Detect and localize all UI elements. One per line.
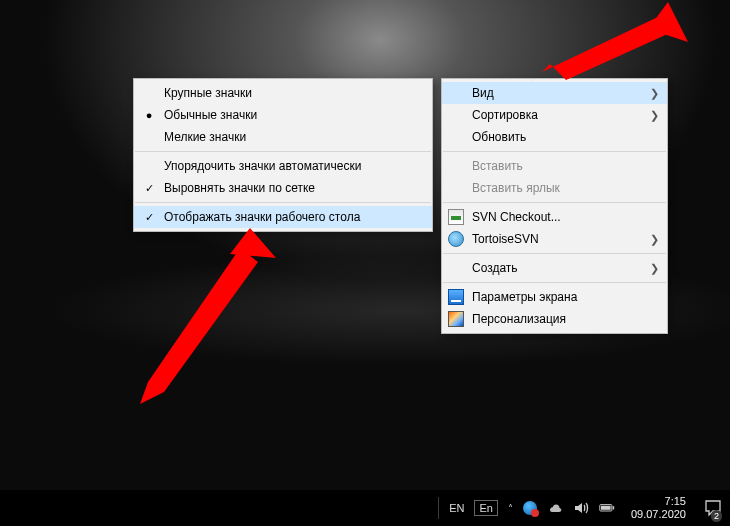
menu-item-label: Параметры экрана — [472, 290, 577, 304]
menu-item-svn-checkout[interactable]: SVN Checkout... — [442, 206, 667, 228]
display-settings-icon — [448, 289, 464, 305]
checkmark-icon: ✓ — [142, 182, 156, 195]
menu-item-medium-icons[interactable]: ● Обычные значки — [134, 104, 432, 126]
checkmark-icon: ✓ — [142, 211, 156, 224]
language-indicator-primary[interactable]: EN — [449, 502, 464, 514]
taskbar-clock[interactable]: 7:15 09.07.2020 — [625, 495, 692, 520]
menu-item-sort[interactable]: Сортировка ❯ — [442, 104, 667, 126]
menu-item-refresh[interactable]: Обновить — [442, 126, 667, 148]
menu-item-label: Мелкие значки — [164, 130, 246, 144]
menu-item-large-icons[interactable]: Крупные значки — [134, 82, 432, 104]
menu-separator — [135, 202, 431, 203]
taskbar: EN En ˄ 7:15 09.07.2020 2 — [0, 490, 730, 526]
menu-item-label: Вставить — [472, 159, 523, 173]
svn-checkout-icon — [448, 209, 464, 225]
menu-item-paste-shortcut: Вставить ярлык — [442, 177, 667, 199]
network-globe-icon[interactable] — [523, 501, 537, 515]
battery-icon[interactable] — [599, 500, 615, 516]
menu-item-label: Отображать значки рабочего стола — [164, 210, 360, 224]
menu-item-label: Сортировка — [472, 108, 538, 122]
personalize-icon — [448, 311, 464, 327]
menu-separator — [443, 253, 666, 254]
submenu-arrow-icon: ❯ — [650, 233, 659, 246]
menu-item-tortoisesvn[interactable]: TortoiseSVN ❯ — [442, 228, 667, 250]
menu-item-personalize[interactable]: Персонализация — [442, 308, 667, 330]
desktop-context-menu: Вид ❯ Сортировка ❯ Обновить Вставить Вст… — [441, 78, 668, 334]
tray-overflow-chevron-icon[interactable]: ˄ — [508, 503, 513, 514]
svg-rect-6 — [613, 506, 615, 509]
menu-item-label: TortoiseSVN — [472, 232, 539, 246]
view-submenu: Крупные значки ● Обычные значки Мелкие з… — [133, 78, 433, 232]
menu-item-label: SVN Checkout... — [472, 210, 561, 224]
menu-item-new[interactable]: Создать ❯ — [442, 257, 667, 279]
menu-separator — [443, 202, 666, 203]
clock-time: 7:15 — [631, 495, 686, 508]
menu-item-label: Крупные значки — [164, 86, 252, 100]
tray-separator — [438, 497, 439, 519]
menu-item-label: Вид — [472, 86, 494, 100]
menu-separator — [443, 282, 666, 283]
menu-item-label: Обычные значки — [164, 108, 257, 122]
tortoisesvn-icon — [448, 231, 464, 247]
menu-item-label: Персонализация — [472, 312, 566, 326]
menu-item-align-to-grid[interactable]: ✓ Выровнять значки по сетке — [134, 177, 432, 199]
menu-separator — [443, 151, 666, 152]
submenu-arrow-icon: ❯ — [650, 87, 659, 100]
menu-item-paste: Вставить — [442, 155, 667, 177]
volume-icon[interactable] — [573, 500, 589, 516]
svg-rect-5 — [601, 506, 611, 510]
action-center-button[interactable]: 2 — [702, 490, 724, 526]
menu-separator — [135, 151, 431, 152]
menu-item-view[interactable]: Вид ❯ — [442, 82, 667, 104]
radio-bullet-icon: ● — [142, 109, 156, 121]
menu-item-auto-arrange[interactable]: Упорядочить значки автоматически — [134, 155, 432, 177]
menu-item-small-icons[interactable]: Мелкие значки — [134, 126, 432, 148]
onedrive-icon[interactable] — [547, 500, 563, 516]
menu-item-label: Обновить — [472, 130, 526, 144]
submenu-arrow-icon: ❯ — [650, 109, 659, 122]
menu-item-display-settings[interactable]: Параметры экрана — [442, 286, 667, 308]
menu-item-label: Создать — [472, 261, 518, 275]
notification-badge: 2 — [711, 510, 722, 522]
menu-item-label: Выровнять значки по сетке — [164, 181, 315, 195]
submenu-arrow-icon: ❯ — [650, 262, 659, 275]
menu-item-label: Вставить ярлык — [472, 181, 560, 195]
system-tray: EN En ˄ 7:15 09.07.2020 2 — [432, 490, 730, 526]
clock-date: 09.07.2020 — [631, 508, 686, 521]
language-indicator-secondary[interactable]: En — [474, 500, 497, 516]
menu-item-show-desktop-icons[interactable]: ✓ Отображать значки рабочего стола — [134, 206, 432, 228]
menu-item-label: Упорядочить значки автоматически — [164, 159, 361, 173]
